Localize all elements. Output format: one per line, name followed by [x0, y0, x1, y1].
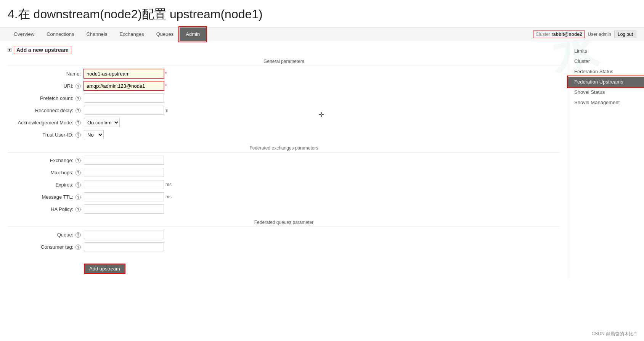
sidebar: Limits Cluster Federation Status Federat…	[568, 41, 644, 278]
sidebar-item-shovel-management[interactable]: Shovel Management	[568, 97, 644, 108]
reconnect-help-icon[interactable]: ?	[75, 108, 81, 113]
reconnect-input[interactable]	[84, 106, 164, 115]
ack-mode-select[interactable]: On confirm On publish No ack	[84, 118, 120, 127]
footer: CSDN @勤奋的木比白	[591, 331, 638, 337]
expires-help-icon[interactable]: ?	[75, 182, 81, 188]
nav-links: Overview Connections Channels Exchanges …	[8, 28, 206, 41]
trust-user-label: Trust User-ID: ?	[8, 132, 84, 138]
nav-overview[interactable]: Overview	[8, 27, 40, 41]
reconnect-row: Reconnect delay: ? s	[8, 106, 560, 115]
message-ttl-label: Message TTL: ?	[8, 194, 84, 200]
message-ttl-suffix: ms	[165, 194, 172, 199]
message-ttl-help-icon[interactable]: ?	[75, 195, 81, 200]
main-layout: ▼ Add a new upstream General parameters …	[0, 41, 644, 278]
consumer-tag-input[interactable]	[84, 242, 164, 251]
queue-input[interactable]	[84, 230, 164, 239]
user-label: User	[588, 32, 597, 37]
prefetch-input[interactable]	[84, 93, 164, 103]
content-area: ▼ Add a new upstream General parameters …	[0, 41, 568, 278]
max-hops-row: Max hops: ?	[8, 168, 560, 177]
section-toggle[interactable]: ▼	[8, 48, 11, 52]
cluster-info: Cluster rabbit@node2	[533, 31, 585, 38]
message-ttl-input[interactable]	[84, 192, 164, 201]
ack-mode-row: Acknowledgement Mode: ? On confirm On pu…	[8, 118, 560, 127]
ha-policy-help-icon[interactable]: ?	[75, 207, 81, 212]
trust-user-help-icon[interactable]: ?	[75, 132, 81, 138]
uri-label: URI: ?	[8, 83, 84, 89]
exchange-input[interactable]	[84, 156, 164, 165]
expires-label: Expires: ?	[8, 182, 84, 188]
navbar-right: Cluster rabbit@node2 User admin Log out	[533, 31, 636, 38]
add-upstream-button[interactable]: Add upstream	[84, 264, 125, 274]
nav-connections[interactable]: Connections	[40, 27, 80, 41]
nav-admin[interactable]: Admin	[180, 27, 206, 41]
queue-label: Queue: ?	[8, 232, 84, 238]
exchange-row: Exchange: ?	[8, 156, 560, 165]
message-ttl-row: Message TTL: ? ms	[8, 192, 560, 201]
trust-user-select[interactable]: No Yes	[84, 130, 104, 139]
prefetch-help-icon[interactable]: ?	[75, 96, 81, 101]
expires-input[interactable]	[84, 180, 164, 189]
sidebar-item-federation-upstreams[interactable]: Federation Upstreams	[568, 77, 644, 87]
exchange-label: Exchange: ?	[8, 158, 84, 163]
logout-button[interactable]: Log out	[614, 31, 636, 38]
uri-input[interactable]	[84, 81, 164, 90]
user-value: admin	[599, 32, 611, 37]
consumer-tag-label: Consumer tag: ?	[8, 244, 84, 250]
max-hops-label: Max hops: ?	[8, 170, 84, 175]
name-input[interactable]	[84, 69, 164, 78]
queue-row: Queue: ?	[8, 230, 560, 239]
queue-help-icon[interactable]: ?	[75, 232, 81, 238]
prefetch-label: Prefetch count: ?	[8, 95, 84, 101]
max-hops-input[interactable]	[84, 168, 164, 177]
name-row: Name: *	[8, 69, 560, 78]
uri-asterisk: *	[165, 84, 167, 88]
name-asterisk: *	[165, 71, 167, 76]
section-header: ▼ Add a new upstream	[8, 46, 560, 54]
uri-row: URI: ? *	[8, 81, 560, 90]
user-info: User admin	[588, 32, 611, 37]
max-hops-help-icon[interactable]: ?	[75, 170, 81, 175]
reconnect-label: Reconnect delay: ?	[8, 108, 84, 113]
sidebar-item-shovel-status[interactable]: Shovel Status	[568, 87, 644, 97]
expires-suffix: ms	[165, 182, 172, 187]
expires-row: Expires: ? ms	[8, 180, 560, 189]
general-params-label: General parameters	[8, 59, 560, 66]
nav-exchanges[interactable]: Exchanges	[113, 27, 150, 41]
nav-queues[interactable]: Queues	[150, 27, 180, 41]
consumer-tag-row: Consumer tag: ?	[8, 242, 560, 251]
section-title: Add a new upstream	[14, 46, 71, 54]
consumer-tag-help-icon[interactable]: ?	[75, 244, 81, 250]
ha-policy-row: HA Policy: ?	[8, 204, 560, 214]
reconnect-suffix: s	[165, 108, 168, 113]
exchange-help-icon[interactable]: ?	[75, 158, 81, 163]
ack-mode-label: Acknowledgement Mode: ?	[8, 120, 84, 125]
ha-policy-input[interactable]	[84, 204, 164, 214]
federated-queues-label: Federated queues parameter	[8, 220, 560, 227]
name-label: Name:	[8, 71, 84, 77]
sidebar-item-federation-status[interactable]: Federation Status	[568, 66, 644, 77]
sidebar-item-cluster[interactable]: Cluster	[568, 56, 644, 66]
uri-help-icon[interactable]: ?	[75, 84, 81, 89]
sidebar-item-limits[interactable]: Limits	[568, 46, 644, 56]
nav-channels[interactable]: Channels	[80, 27, 113, 41]
navbar: Overview Connections Channels Exchanges …	[0, 27, 644, 41]
ha-policy-label: HA Policy: ?	[8, 206, 84, 212]
prefetch-row: Prefetch count: ?	[8, 93, 560, 103]
cluster-label: Cluster	[536, 32, 550, 37]
federated-exchanges-label: Federated exchanges parameters	[8, 145, 560, 153]
ack-mode-help-icon[interactable]: ?	[75, 120, 81, 125]
cluster-value: rabbit@node2	[551, 32, 582, 37]
trust-user-row: Trust User-ID: ? No Yes	[8, 130, 560, 139]
page-title: 4.在 downstream(node2)配置 upstream(node1)	[0, 0, 644, 27]
